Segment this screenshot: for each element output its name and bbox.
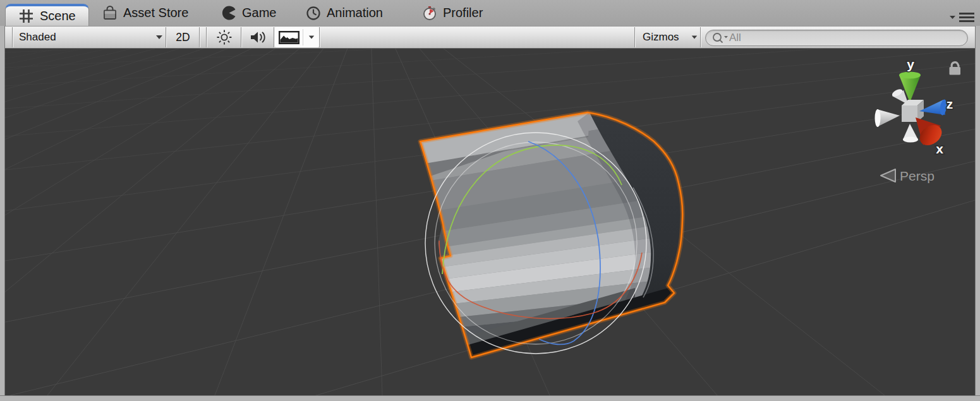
- tab-animation[interactable]: Animation: [306, 0, 383, 26]
- search-input[interactable]: [729, 32, 938, 44]
- separator: [199, 27, 200, 47]
- scene-effects-button[interactable]: [275, 31, 303, 44]
- window-frame-left: [0, 26, 5, 401]
- scene-viewport[interactable]: y z x Persp: [5, 49, 975, 395]
- tab-game[interactable]: Game: [222, 0, 276, 26]
- draw-mode-dropdown[interactable]: Shaded: [19, 27, 163, 48]
- axis-label-x: x: [936, 141, 943, 156]
- axis-label-z: z: [947, 97, 953, 111]
- image-effects-icon: [279, 31, 299, 44]
- axis-label-y: y: [907, 57, 914, 71]
- tab-scene-label: Scene: [40, 9, 76, 23]
- tab-animation-label: Animation: [327, 6, 383, 20]
- projection-label: Persp: [900, 169, 935, 183]
- toggle-2d-label: 2D: [176, 31, 190, 44]
- scene-grid-icon: [18, 8, 34, 24]
- tab-bar: Scene Asset Store Game Animation: [0, 0, 980, 26]
- pane-menu-icon[interactable]: [959, 13, 974, 22]
- tab-profiler-label: Profiler: [443, 6, 483, 20]
- gizmos-label: Gizmos: [643, 31, 679, 44]
- speaker-icon: [250, 30, 267, 45]
- effects-dropdown-button[interactable]: [303, 35, 319, 39]
- tab-profiler[interactable]: Profiler: [422, 0, 483, 26]
- sun-icon: [216, 29, 233, 45]
- toggle-2d-button[interactable]: 2D: [167, 27, 199, 48]
- animation-clock-icon: [306, 6, 321, 21]
- tab-asset-store-label: Asset Store: [123, 6, 188, 20]
- game-icon: [222, 6, 236, 20]
- tab-game-label: Game: [242, 6, 276, 20]
- scene-lighting-button[interactable]: [207, 27, 241, 48]
- pane-dropdown-icon[interactable]: [950, 16, 955, 19]
- chevron-down-icon: [692, 35, 698, 39]
- scene-audio-button[interactable]: [242, 27, 274, 48]
- chevron-down-icon: [156, 35, 162, 39]
- window-frame-bottom: [0, 395, 980, 401]
- tab-scene[interactable]: Scene: [5, 4, 89, 26]
- pane-controls: [950, 12, 976, 23]
- scene-search-field: [705, 30, 968, 46]
- profiler-stopwatch-icon: [422, 5, 437, 21]
- tab-asset-store[interactable]: Asset Store: [102, 0, 188, 26]
- effects-button-group: [275, 27, 319, 47]
- gizmos-dropdown[interactable]: Gizmos: [643, 27, 700, 48]
- separator: [700, 27, 701, 47]
- draw-mode-label: Shaded: [19, 31, 56, 44]
- separator: [319, 27, 320, 47]
- chevron-down-icon: [308, 35, 314, 39]
- asset-store-bag-icon: [102, 5, 118, 21]
- window-frame-right: [975, 26, 980, 401]
- separator: [12, 27, 13, 47]
- separator: [634, 27, 636, 47]
- scene-toolbar: Shaded 2D: [5, 26, 975, 49]
- search-icon[interactable]: [711, 32, 729, 44]
